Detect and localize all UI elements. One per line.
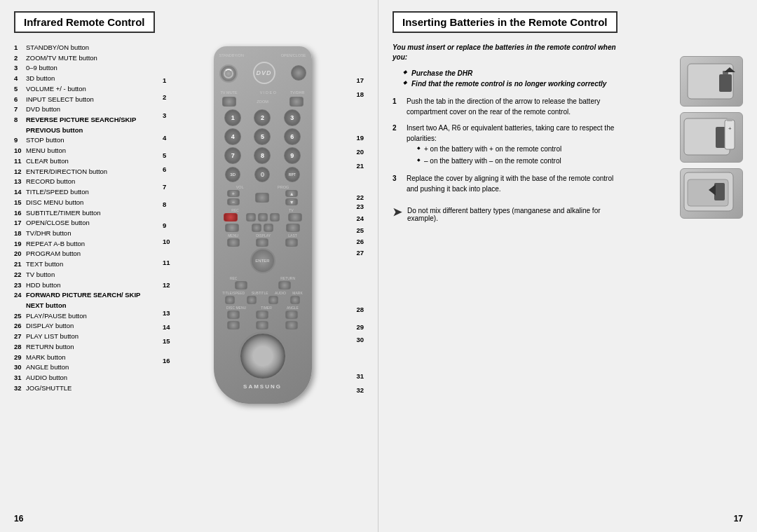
tv-mute-button[interactable]	[222, 97, 236, 107]
list-item: 24FORWARD PICTURE SEARCH/ SKIP NEXT butt…	[14, 290, 154, 311]
mark-button[interactable]	[290, 296, 300, 304]
callout-19: 19	[356, 134, 364, 142]
list-item: 19REPEAT A-B button	[14, 239, 154, 250]
button-list: 1STANDBY/ON button 2ZOOM/TV MUTE button …	[14, 43, 154, 404]
prev-button[interactable]	[246, 213, 256, 221]
list-item: 16SUBTITLE/TIMER button	[14, 208, 154, 219]
callout-17: 17	[356, 76, 364, 84]
list-item: 9STOP button	[14, 135, 154, 146]
bullet-2: Find that the remote control is no longe…	[403, 80, 617, 88]
callout-20: 20	[356, 148, 364, 156]
rec-button[interactable]	[224, 213, 238, 221]
callout-left: 1 2 3 4 5 6 7 8 9 10 11 12 13 14 15 16	[161, 43, 182, 404]
callout-1: 1	[163, 76, 166, 84]
disc-menu-button[interactable]	[227, 311, 240, 319]
ff-button[interactable]	[264, 224, 273, 232]
list-item: 15DISC MENU button	[14, 198, 154, 208]
btn-4[interactable]: 4	[224, 128, 241, 145]
callout-30: 30	[356, 336, 364, 343]
title-button[interactable]	[225, 296, 235, 304]
btn-7[interactable]: 7	[224, 147, 241, 164]
menu-button[interactable]	[227, 238, 240, 247]
sub-bullet-list: + on the battery with + on the remote co…	[417, 144, 617, 166]
angle-button[interactable]	[285, 311, 298, 319]
list-item: 8REVERSE PICTURE SEARCH/SKIP PREVIOUS bu…	[14, 115, 154, 135]
btn-8[interactable]: 8	[254, 147, 271, 164]
audio-button[interactable]	[268, 296, 278, 304]
3d-0-row: 3D 0 RPT	[219, 167, 306, 182]
vol-plus[interactable]: +	[227, 190, 240, 197]
jog-wheel[interactable]	[238, 332, 287, 381]
sub-bullet-1: + on the battery with + on the remote co…	[417, 144, 617, 154]
battery-img-3	[680, 168, 743, 219]
right-panel: Inserting Batteries in the Remote Contro…	[378, 0, 757, 532]
svg-rect-11	[714, 183, 725, 200]
next-button[interactable]	[270, 213, 280, 221]
battery-diagram-2: +	[681, 113, 742, 162]
list-item: 23HDD button	[14, 280, 154, 291]
list-item: 21TEXT button	[14, 259, 154, 270]
enter-button[interactable]: ENTER	[250, 248, 275, 273]
hdd-button[interactable]	[286, 224, 300, 232]
rec2-button[interactable]	[235, 281, 247, 289]
subtitle-button[interactable]	[247, 296, 257, 304]
timer-button[interactable]	[256, 311, 268, 319]
open-close-button[interactable]	[291, 65, 306, 81]
list-item: 12ENTER/DIRECTION button	[14, 167, 154, 177]
stop-button[interactable]	[225, 224, 239, 232]
callout-23: 23	[356, 203, 364, 210]
vol-minus[interactable]: −	[227, 198, 240, 205]
btn-0[interactable]: 0	[254, 167, 270, 182]
callout-9: 9	[163, 221, 166, 229]
callout-24: 24	[356, 214, 364, 222]
return-button[interactable]	[278, 281, 291, 289]
play-button[interactable]	[258, 213, 268, 221]
list-item: 17OPEN/CLOSE button	[14, 218, 154, 229]
svg-rect-1	[719, 74, 732, 92]
list-item: 20PROGRAM button	[14, 249, 154, 259]
callout-7: 7	[163, 183, 166, 191]
callout-2: 2	[163, 93, 166, 101]
list-item: 18TV/DHR button	[14, 229, 154, 239]
btn-6[interactable]: 6	[284, 128, 301, 145]
svg-rect-7	[727, 118, 732, 121]
standby-button[interactable]	[219, 64, 238, 83]
right-content: You must insert or replace the batteries…	[393, 43, 743, 226]
prog-minus[interactable]: ▼	[285, 198, 298, 205]
repeat-button[interactable]: RPT	[285, 167, 300, 182]
last-button[interactable]	[285, 238, 298, 247]
prog-plus[interactable]: ▲	[285, 190, 298, 197]
callout-8: 8	[163, 200, 166, 208]
left-panel: Infrared Remote Control 1STANDBY/ON butt…	[0, 0, 378, 532]
battery-diagram-3	[681, 169, 742, 218]
callout-22: 22	[356, 193, 364, 201]
list-item: 7DVD button	[14, 104, 154, 115]
3d-button[interactable]: 3D	[225, 167, 240, 182]
btn-3[interactable]: 3	[284, 109, 301, 126]
tv-dhr-button[interactable]	[289, 97, 304, 107]
btn-1[interactable]: 1	[224, 109, 241, 126]
note-arrow-icon: ➤	[393, 205, 402, 222]
zoom-label: ZOOM	[257, 100, 268, 107]
note-box: ➤ Do not mix different battery types (ma…	[393, 203, 617, 226]
btn-9[interactable]: 9	[284, 147, 301, 164]
input-sel-button[interactable]	[255, 193, 269, 203]
btn-2[interactable]: 2	[254, 109, 271, 126]
steps-list: 1 Push the tab in the direction of the a…	[393, 96, 617, 194]
tv-button[interactable]	[288, 213, 302, 221]
list-item: 30–9 button	[14, 63, 154, 74]
callout-3: 3	[163, 111, 166, 119]
left-content: 1STANDBY/ON button 2ZOOM/TV MUTE button …	[14, 43, 364, 404]
display-button[interactable]	[256, 238, 268, 247]
callout-18: 18	[356, 90, 364, 98]
rew-button[interactable]	[252, 224, 261, 232]
list-item: 14TITLE/SPEED button	[14, 187, 154, 198]
step-3: 3 Replace the cover by aligning it with …	[393, 173, 617, 194]
bullet-1: Purchase the DHR	[403, 69, 617, 77]
btn-5[interactable]: 5	[254, 128, 271, 145]
right-title: Inserting Batteries in the Remote Contro…	[393, 11, 618, 33]
callout-11: 11	[163, 259, 170, 266]
number-grid: 1 2 3 4 5 6 7 8 9	[219, 109, 306, 164]
list-item: 25PLAY/PAUSE button	[14, 311, 154, 322]
standby-label: STANDBY/ON	[219, 53, 244, 57]
